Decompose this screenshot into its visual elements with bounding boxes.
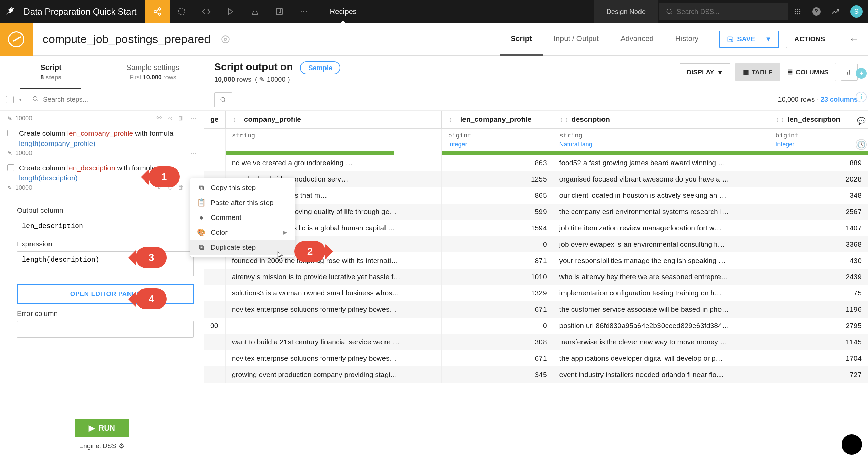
cell[interactable] [204, 155, 225, 171]
sample-pill[interactable]: Sample [300, 61, 340, 74]
tab-advanced[interactable]: Advanced [610, 23, 665, 56]
cell[interactable] [225, 318, 442, 334]
cell[interactable] [204, 334, 225, 350]
type-cell[interactable]: bigintInteger [442, 129, 553, 152]
cell[interactable]: airenvy s mission is to provide lucrativ… [225, 269, 442, 285]
cell[interactable]: 348 [769, 187, 868, 204]
expression-input[interactable] [17, 251, 194, 276]
grip-icon[interactable]: ⋮⋮ [232, 117, 241, 123]
target-icon[interactable] [221, 35, 230, 44]
cell[interactable] [204, 366, 225, 383]
save-button[interactable]: SAVE ▼ [719, 31, 779, 48]
grip-icon[interactable]: ⋮⋮ [559, 117, 569, 123]
flow-icon[interactable] [170, 0, 194, 23]
save-dropdown-icon[interactable]: ▼ [760, 35, 772, 43]
more-icon[interactable]: ⋯ [292, 0, 316, 23]
back-arrow[interactable]: ← [840, 34, 868, 45]
cell[interactable]: 1145 [769, 334, 868, 350]
table-row[interactable]: s workforce solutions that m…865our clie… [204, 187, 868, 204]
cell[interactable]: 865 [442, 187, 553, 204]
add-icon[interactable]: + [856, 68, 867, 79]
cell[interactable]: nd we ve created a groundbreaking … [225, 155, 442, 171]
intercom-bubble[interactable] [842, 434, 862, 455]
run-button[interactable]: ▶ RUN [75, 419, 129, 437]
cell[interactable]: 0 [442, 236, 553, 252]
select-caret[interactable]: ▼ [18, 97, 22, 102]
cell[interactable]: 1196 [769, 301, 868, 318]
global-search[interactable] [659, 3, 788, 20]
table-row[interactable]: novitex enterprise solutions formerly pi… [204, 301, 868, 318]
cell[interactable]: 671 [442, 350, 553, 366]
menu-color[interactable]: 🎨Color▶ [190, 225, 295, 240]
select-all-checkbox[interactable] [6, 96, 14, 103]
table-row[interactable]: growing event production company providi… [204, 366, 868, 383]
table-row[interactable]: solutions3 is a woman owned small busine… [204, 285, 868, 301]
trash-icon[interactable]: 🗑 [178, 115, 184, 122]
cell[interactable]: novitex enterprise solutions formerly pi… [225, 301, 442, 318]
cell[interactable]: 345 [442, 366, 553, 383]
step-more-icon[interactable]: ⋯ [190, 149, 196, 157]
activity-icon[interactable] [826, 0, 845, 23]
apps-icon[interactable] [788, 0, 807, 23]
tab-script-steps[interactable]: Script 8 steps [0, 56, 102, 89]
cell[interactable]: transferwise is the clever new way to mo… [553, 334, 769, 350]
cell[interactable]: the customer service associate will be b… [553, 301, 769, 318]
open-editor-button[interactable]: OPEN EDITOR PANEL [17, 284, 194, 304]
cell[interactable]: 863 [442, 155, 553, 171]
table-row[interactable]: spotsource solutions llc is a global hum… [204, 220, 868, 236]
cell[interactable]: food52 a fast growing james beard award … [553, 155, 769, 171]
global-search-input[interactable] [677, 8, 781, 16]
table-row[interactable]: worlds cloud video production serv…1255o… [204, 171, 868, 187]
cell[interactable]: solutions3 is a woman owned small busine… [225, 285, 442, 301]
cell[interactable]: 3368 [769, 236, 868, 252]
step-more-icon[interactable]: ⋯ [190, 115, 196, 122]
code-icon[interactable] [194, 0, 218, 23]
cell[interactable]: 2795 [769, 318, 868, 334]
cell[interactable]: 599 [442, 204, 553, 220]
cell[interactable]: 671 [442, 301, 553, 318]
actions-button[interactable]: ACTIONS [786, 31, 833, 48]
share-button[interactable] [145, 0, 170, 23]
cell[interactable]: 1594 [442, 220, 553, 236]
recipe-name[interactable]: compute_job_postings_prepared [33, 33, 221, 46]
cell[interactable]: 2028 [769, 171, 868, 187]
grip-icon[interactable]: ⋮⋮ [775, 117, 785, 123]
tab-input-output[interactable]: Input / Output [543, 23, 610, 56]
view-columns-button[interactable]: ≣COLUMNS [780, 63, 836, 81]
project-title[interactable]: Data Preparation Quick Start [20, 6, 145, 17]
info-icon[interactable]: i [856, 92, 867, 102]
cell[interactable]: 430 [769, 252, 868, 269]
column-header[interactable]: ⋮⋮company_profile [225, 111, 442, 129]
cell[interactable] [204, 350, 225, 366]
disable-icon[interactable]: ⦸ [168, 115, 172, 122]
dss-logo[interactable] [0, 0, 20, 23]
recipes-tab[interactable]: Recipes [316, 0, 370, 23]
cell[interactable]: growing event production company providi… [225, 366, 442, 383]
menu-paste-step[interactable]: 📋Paste after this step [190, 195, 295, 210]
data-table[interactable]: ge ⋮⋮company_profile ⋮⋮len_company_profi… [204, 111, 868, 458]
help-icon[interactable]: ? [807, 0, 826, 23]
type-cell[interactable]: bigintInteger [769, 129, 868, 152]
cell[interactable]: the company esri environmental systems r… [553, 204, 769, 220]
type-cell[interactable]: stringNatural lang. [553, 129, 769, 152]
user-avatar[interactable]: S [850, 5, 863, 18]
cell[interactable]: 00 [204, 318, 225, 334]
tab-sample-settings[interactable]: Sample settings First 10,000 rows [102, 56, 204, 89]
menu-comment[interactable]: ●Comment [190, 210, 295, 225]
cell[interactable] [204, 269, 225, 285]
view-table-button[interactable]: ▦TABLE [735, 63, 780, 81]
cell[interactable]: our client located in houston is activel… [553, 187, 769, 204]
history-icon[interactable]: 🕓 [856, 139, 867, 150]
cell[interactable]: your responsibilities manage the english… [553, 252, 769, 269]
table-row[interactable]: want to build a 21st century financial s… [204, 334, 868, 350]
gear-icon[interactable]: ⚙ [119, 442, 124, 450]
column-header[interactable]: ⋮⋮len_description [769, 111, 868, 129]
cell[interactable]: job title itemization review managerloca… [553, 220, 769, 236]
display-button[interactable]: DISPLAY ▼ [680, 63, 730, 81]
type-cell[interactable]: string [225, 129, 442, 152]
grip-icon[interactable]: ⋮⋮ [448, 117, 457, 123]
table-search-button[interactable] [214, 92, 232, 107]
trash-icon[interactable]: 🗑 [178, 184, 184, 191]
cell[interactable]: 1407 [769, 220, 868, 236]
cell[interactable]: 871 [442, 252, 553, 269]
